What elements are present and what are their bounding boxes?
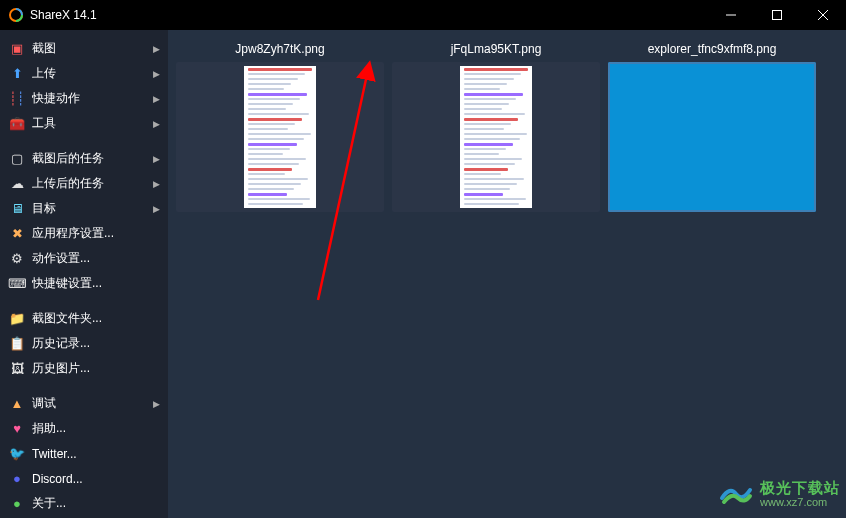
quick-actions-icon: ┊┊	[8, 91, 26, 106]
sidebar-item-hotkey-settings[interactable]: ⌨快捷键设置...	[0, 271, 168, 296]
thumbnail-preview[interactable]	[608, 62, 816, 212]
sidebar-item-image-history[interactable]: 🖼历史图片...	[0, 356, 168, 381]
sidebar-item-label: 捐助...	[32, 420, 160, 437]
hotkey-settings-icon: ⌨	[8, 276, 26, 291]
sidebar-item-label: 上传	[32, 65, 149, 82]
sidebar-item-label: 工具	[32, 115, 149, 132]
sidebar-item-after-capture[interactable]: ▢截图后的任务▶	[0, 146, 168, 171]
main-panel: Jpw8Zyh7tK.pngjFqLma95KT.pngexplorer_tfn…	[168, 30, 846, 518]
app-settings-icon: ✖	[8, 226, 26, 241]
chevron-right-icon: ▶	[153, 94, 160, 104]
window-title: ShareX 14.1	[30, 8, 708, 22]
sidebar-item-label: 历史记录...	[32, 335, 160, 352]
thumbnail-filename: jFqLma95KT.png	[392, 38, 600, 62]
upload-icon: ⬆	[8, 66, 26, 81]
thumbnail-preview[interactable]	[392, 62, 600, 212]
sidebar-item-label: 截图后的任务	[32, 150, 149, 167]
sidebar-item-label: 快捷键设置...	[32, 275, 160, 292]
sidebar-item-label: 上传后的任务	[32, 175, 149, 192]
minimize-button[interactable]	[708, 0, 754, 30]
sidebar-item-task-settings[interactable]: ⚙动作设置...	[0, 246, 168, 271]
maximize-button[interactable]	[754, 0, 800, 30]
sidebar-item-debug[interactable]: ▲调试▶	[0, 391, 168, 416]
sidebar-item-label: Discord...	[32, 472, 160, 486]
sidebar-item-label: 历史图片...	[32, 360, 160, 377]
svg-rect-2	[773, 11, 782, 20]
titlebar: ShareX 14.1	[0, 0, 846, 30]
watermark-logo-icon	[718, 476, 754, 512]
sidebar-item-upload[interactable]: ⬆上传▶	[0, 61, 168, 86]
sidebar-item-history[interactable]: 📋历史记录...	[0, 331, 168, 356]
app-logo-icon	[8, 7, 24, 23]
sidebar-item-label: 快捷动作	[32, 90, 149, 107]
sidebar: ▣截图▶⬆上传▶┊┊快捷动作▶🧰工具▶▢截图后的任务▶☁上传后的任务▶🖥目标▶✖…	[0, 30, 168, 518]
watermark-url: www.xz7.com	[760, 496, 840, 508]
sidebar-item-label: Twitter...	[32, 447, 160, 461]
thumbnail-card[interactable]: explorer_tfnc9xfmf8.png	[608, 38, 816, 212]
sidebar-item-twitter[interactable]: 🐦Twitter...	[0, 441, 168, 466]
thumbnail-filename: explorer_tfnc9xfmf8.png	[608, 38, 816, 62]
tools-icon: 🧰	[8, 116, 26, 131]
sidebar-item-label: 动作设置...	[32, 250, 160, 267]
chevron-right-icon: ▶	[153, 154, 160, 164]
chevron-right-icon: ▶	[153, 204, 160, 214]
sidebar-item-capture[interactable]: ▣截图▶	[0, 36, 168, 61]
sidebar-item-tools[interactable]: 🧰工具▶	[0, 111, 168, 136]
after-capture-icon: ▢	[8, 151, 26, 166]
watermark-name: 极光下载站	[760, 480, 840, 497]
chevron-right-icon: ▶	[153, 399, 160, 409]
watermark: 极光下载站 www.xz7.com	[718, 476, 840, 512]
sidebar-item-destinations[interactable]: 🖥目标▶	[0, 196, 168, 221]
destinations-icon: 🖥	[8, 201, 26, 216]
folder-icon: 📁	[8, 311, 26, 326]
sidebar-item-app-settings[interactable]: ✖应用程序设置...	[0, 221, 168, 246]
chevron-right-icon: ▶	[153, 179, 160, 189]
sidebar-item-after-upload[interactable]: ☁上传后的任务▶	[0, 171, 168, 196]
sidebar-item-label: 截图文件夹...	[32, 310, 160, 327]
sidebar-item-donate[interactable]: ♥捐助...	[0, 416, 168, 441]
chevron-right-icon: ▶	[153, 119, 160, 129]
image-history-icon: 🖼	[8, 361, 26, 376]
twitter-icon: 🐦	[8, 446, 26, 461]
discord-icon: ●	[8, 471, 26, 486]
sidebar-item-discord[interactable]: ●Discord...	[0, 466, 168, 491]
sidebar-item-label: 关于...	[32, 495, 160, 512]
thumbnail-card[interactable]: jFqLma95KT.png	[392, 38, 600, 212]
capture-icon: ▣	[8, 41, 26, 56]
sidebar-item-label: 调试	[32, 395, 149, 412]
sidebar-item-quick-actions[interactable]: ┊┊快捷动作▶	[0, 86, 168, 111]
sidebar-item-folder[interactable]: 📁截图文件夹...	[0, 306, 168, 331]
after-upload-icon: ☁	[8, 176, 26, 191]
task-settings-icon: ⚙	[8, 251, 26, 266]
chevron-right-icon: ▶	[153, 44, 160, 54]
sidebar-item-label: 截图	[32, 40, 149, 57]
debug-icon: ▲	[8, 396, 26, 411]
thumbnail-card[interactable]: Jpw8Zyh7tK.png	[176, 38, 384, 212]
sidebar-item-about[interactable]: ●关于...	[0, 491, 168, 516]
history-icon: 📋	[8, 336, 26, 351]
sidebar-item-label: 目标	[32, 200, 149, 217]
close-button[interactable]	[800, 0, 846, 30]
thumbnail-filename: Jpw8Zyh7tK.png	[176, 38, 384, 62]
about-icon: ●	[8, 496, 26, 511]
sidebar-item-label: 应用程序设置...	[32, 225, 160, 242]
window-buttons	[708, 0, 846, 30]
donate-icon: ♥	[8, 421, 26, 436]
thumbnail-preview[interactable]	[176, 62, 384, 212]
chevron-right-icon: ▶	[153, 69, 160, 79]
